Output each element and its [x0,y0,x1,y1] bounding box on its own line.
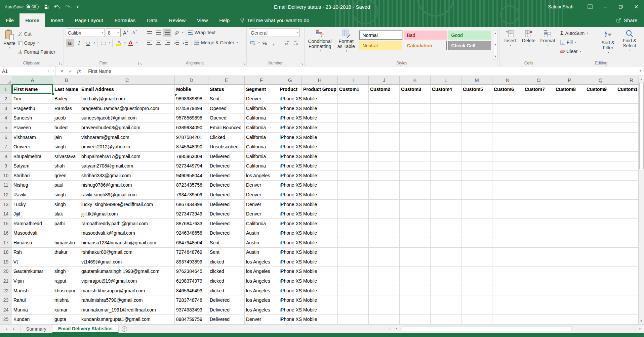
cell-K3[interactable] [400,104,431,113]
cell-N21[interactable] [492,276,523,286]
cell-A13[interactable]: Lucky [12,200,53,209]
cell-J5[interactable] [369,123,400,133]
cell-M23[interactable] [461,295,492,305]
cell-D21[interactable]: 6198374979 [175,276,208,286]
cell-D7[interactable]: 8745948090 [175,142,208,152]
cell-I5[interactable] [338,123,369,133]
cell-C15[interactable]: ramnathreddy.pathi@gmail.com [80,219,175,229]
cell-I8[interactable] [338,152,369,161]
cell-N12[interactable] [492,190,523,200]
cell-K15[interactable] [400,219,431,229]
cell-A3[interactable]: Prageethu [12,104,53,113]
row-header-5[interactable]: 5 [0,123,12,133]
cell-I12[interactable] [338,190,369,200]
cell-style-calculation[interactable]: Calculation [404,41,447,50]
tab-home[interactable]: Home [19,13,45,27]
cell-O10[interactable] [523,171,554,181]
cell-K5[interactable] [400,123,431,133]
cell-style-good[interactable]: Good [448,31,491,40]
insert-function-icon[interactable]: fx [77,68,81,74]
cell-Q2[interactable] [585,94,616,104]
save-button[interactable] [44,4,49,9]
cell-C24[interactable]: munnakumar_1991@rediffmail.com [80,305,175,315]
cell-G22[interactable]: iPhone XS [278,286,302,296]
cell-F10[interactable]: los Angeles [245,171,278,181]
cell-N2[interactable] [492,94,523,104]
cell-M16[interactable] [461,228,492,238]
cell-B8[interactable]: srivastava [53,152,80,161]
cell-M8[interactable] [461,152,492,161]
orientation-button[interactable]: ab [172,29,180,37]
cell-C5[interactable]: praveenhuded3@gmail.com [80,123,175,133]
insert-cells-button[interactable]: Insert ▾ [501,29,519,59]
cell-J16[interactable] [369,228,400,238]
cell-P20[interactable] [554,267,585,277]
row-header-10[interactable]: 10 [0,171,12,181]
format-as-table-button[interactable]: Format as Table ▾ [334,29,358,59]
cell-A25[interactable]: Kundan [12,315,53,325]
cell-A24[interactable]: Munna [12,305,53,315]
cell-O1[interactable]: Custom7 [523,85,554,94]
cell-L18[interactable] [431,248,461,257]
cell-K17[interactable] [400,238,431,248]
cell-H20[interactable]: Mobile [302,267,338,277]
alignment-dialog-launcher[interactable] [242,62,245,65]
cell-N20[interactable] [492,267,523,277]
cell-E8[interactable]: Delivered [208,152,245,161]
font-color-button[interactable]: A [127,39,135,47]
row-header-17[interactable]: 17 [0,238,12,248]
cell-D16[interactable]: 9246348658 [175,228,208,238]
find-select-button[interactable]: Find & Select ▾ [619,29,640,59]
row-header-21[interactable]: 21 [0,276,12,286]
conditional-formatting-button[interactable]: ≠ Conditional Formatting ▾ [307,29,333,59]
cell-L8[interactable] [431,152,461,161]
cell-F12[interactable]: Denver [245,190,278,200]
cell-G13[interactable]: iPhone XS [278,200,302,209]
cell-L19[interactable] [431,257,461,267]
column-header-H[interactable]: H [302,76,338,85]
cell-I6[interactable] [338,133,369,142]
cell-P9[interactable] [554,161,585,171]
italic-button[interactable]: I [75,39,83,47]
fill-button[interactable]: ↓Fill▾ [560,38,597,46]
cell-B20[interactable]: singh [53,267,80,277]
cell-C7[interactable]: omveer2012@yahoo.in [80,142,175,152]
cell-H22[interactable]: Mobile [302,286,338,296]
close-button[interactable]: × [629,0,644,13]
cell-J17[interactable] [369,238,400,248]
row-header-4[interactable]: 4 [0,113,12,123]
cell-O12[interactable] [523,190,554,200]
cell-N16[interactable] [492,228,523,238]
cell-B11[interactable]: paul [53,181,80,190]
cell-K14[interactable] [400,209,431,219]
cell-E5[interactable]: Email Bounced [208,123,245,133]
user-name[interactable]: Saloni Shah [548,4,573,9]
cell-E1[interactable]: Status [208,85,245,94]
cell-F18[interactable]: Austin [245,248,278,257]
cell-H7[interactable]: Mobile [302,142,338,152]
row-header-24[interactable]: 24 [0,305,12,315]
cell-J13[interactable] [369,200,400,209]
cell-H5[interactable]: Mobile [302,123,338,133]
cell-P18[interactable] [554,248,585,257]
merge-center-button[interactable]: Merge & Center ▾ [194,39,238,47]
cell-M15[interactable] [461,219,492,229]
cell-I16[interactable] [338,228,369,238]
paste-button[interactable]: Paste ▾ [2,29,17,59]
row-header-3[interactable]: 3 [0,104,12,113]
tab-help[interactable]: Help [213,13,235,27]
cell-K16[interactable] [400,228,431,238]
cell-C9[interactable]: satyam2708@gmail.com [80,161,175,171]
cell-L12[interactable] [431,190,461,200]
cell-L13[interactable] [431,200,461,209]
cell-D3[interactable]: 8745879494 [175,104,208,113]
cell-M14[interactable] [461,209,492,219]
cell-E19[interactable]: clicked [208,257,245,267]
align-center-button[interactable] [154,39,162,47]
cell-N11[interactable] [492,181,523,190]
cell-G20[interactable]: iPhone XS [278,267,302,277]
cell-I22[interactable] [338,286,369,296]
cell-K13[interactable] [400,200,431,209]
cell-M12[interactable] [461,190,492,200]
autosave-toggle[interactable]: AutoSave Off [5,4,39,9]
